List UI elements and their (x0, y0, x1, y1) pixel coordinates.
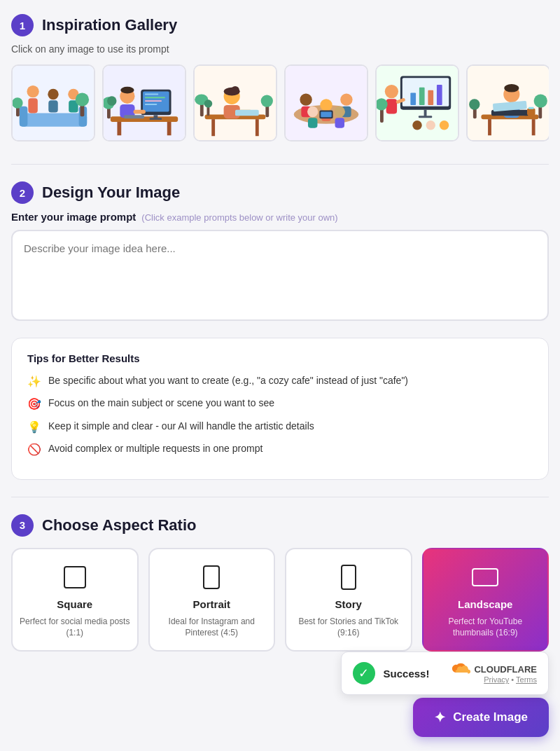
tip-item-4: 🚫 Avoid complex or multiple requests in … (27, 442, 533, 457)
tip-item-2: 🎯 Focus on the main subject or scene you… (27, 397, 533, 412)
svg-point-78 (412, 120, 421, 130)
svg-point-6 (48, 89, 58, 99)
svg-rect-97 (528, 107, 534, 109)
gallery-item-3[interactable] (193, 64, 277, 142)
tip-item-1: ✨ Be specific about what you want to cre… (27, 374, 533, 390)
cf-logo: CLOUDFLARE (451, 663, 537, 675)
svg-point-52 (300, 94, 312, 106)
tip-icon-4: 🚫 (27, 442, 41, 457)
svg-rect-22 (145, 100, 162, 102)
svg-rect-70 (437, 85, 442, 105)
svg-rect-37 (255, 119, 259, 136)
cf-privacy-link[interactable]: Privacy (484, 675, 509, 684)
square-label: Square (57, 598, 92, 610)
svg-rect-59 (335, 118, 344, 128)
story-desc: Best for Stories and TikTok (9:16) (293, 616, 404, 640)
aspect-grid: Square Perfect for social media posts (1… (11, 548, 549, 652)
step2-badge: 2 (11, 181, 34, 204)
cf-terms-link[interactable]: Terms (516, 675, 537, 684)
svg-rect-46 (207, 106, 210, 116)
toast-text: Success! (384, 668, 430, 680)
svg-point-86 (504, 84, 519, 92)
tip-text-4: Avoid complex or multiple requests in on… (48, 442, 262, 456)
step3-header: 3 Choose Aspect Ratio (11, 514, 549, 537)
create-button-label: Create Image (453, 710, 528, 724)
svg-point-4 (27, 85, 38, 97)
step2-header: 2 Design Your Image (11, 181, 549, 204)
step1-badge: 1 (11, 14, 34, 36)
story-label: Story (335, 598, 362, 610)
landscape-icon (470, 562, 500, 593)
portrait-label: Portrait (193, 598, 230, 610)
svg-point-60 (320, 99, 332, 111)
svg-rect-96 (527, 109, 536, 116)
landscape-desc: Perfect for YouTube thumbnails (16:9) (430, 616, 541, 640)
create-image-button[interactable]: ✦ Create Image (413, 698, 549, 737)
prompt-label: Enter your image prompt (11, 211, 136, 223)
portrait-icon (196, 562, 227, 593)
svg-rect-63 (321, 112, 331, 118)
gallery-item-1[interactable] (11, 64, 95, 142)
svg-rect-71 (424, 110, 427, 117)
svg-point-40 (224, 88, 240, 96)
svg-rect-5 (28, 98, 37, 113)
svg-rect-68 (419, 88, 425, 105)
svg-rect-15 (111, 116, 178, 122)
cf-text: CLOUDFLARE (474, 664, 537, 675)
svg-rect-83 (488, 119, 491, 135)
svg-rect-74 (386, 99, 397, 113)
step3-badge: 3 (11, 514, 34, 537)
svg-rect-43 (235, 110, 259, 116)
prompt-hint: (Click example prompts below or write yo… (141, 212, 337, 223)
svg-point-80 (440, 120, 449, 130)
svg-rect-25 (150, 118, 162, 120)
tip-text-1: Be specific about what you want to creat… (48, 374, 408, 388)
gallery-item-2[interactable] (102, 64, 186, 142)
svg-rect-21 (145, 97, 165, 98)
svg-rect-29 (134, 110, 146, 114)
divider-2 (11, 497, 549, 497)
aspect-card-story[interactable]: Story Best for Stories and TikTok (9:16) (285, 548, 412, 652)
aspect-card-square[interactable]: Square Perfect for social media posts (1… (11, 548, 139, 652)
svg-point-95 (469, 99, 479, 109)
inspiration-gallery-section: 1 Inspiration Gallery Click on any image… (11, 14, 549, 144)
svg-rect-57 (308, 118, 317, 128)
prompt-textarea[interactable] (11, 230, 549, 321)
cf-cloud-icon (451, 663, 471, 675)
svg-rect-84 (532, 119, 536, 135)
svg-rect-67 (410, 93, 416, 105)
tip-text-2: Focus on the main subject or scene you w… (48, 397, 274, 411)
svg-rect-17 (167, 122, 172, 135)
step2-title: Design Your Image (42, 184, 180, 202)
tip-item-3: 💡 Keep it simple and clear - our AI will… (27, 420, 533, 435)
cloudflare-branding: CLOUDFLARE Privacy • Terms (451, 663, 537, 684)
tip-icon-3: 💡 (27, 420, 41, 435)
svg-point-79 (426, 120, 435, 130)
svg-point-58 (335, 106, 345, 117)
svg-point-33 (107, 96, 116, 105)
tip-icon-2: 🎯 (27, 397, 41, 412)
tips-title: Tips for Better Results (27, 352, 533, 364)
gallery-item-5[interactable] (375, 64, 459, 142)
wand-icon: ✦ (434, 709, 446, 726)
svg-rect-1 (20, 113, 87, 126)
aspect-card-portrait[interactable]: Portrait Ideal for Instagram and Pintere… (148, 548, 276, 652)
step1-header: 1 Inspiration Gallery (11, 14, 549, 36)
svg-rect-72 (419, 116, 432, 118)
design-image-section: 2 Design Your Image Enter your image pro… (11, 181, 549, 324)
svg-point-27 (120, 87, 134, 94)
cf-links: Privacy • Terms (484, 675, 537, 684)
tip-icon-1: ✨ (27, 374, 41, 390)
gallery-item-4[interactable] (284, 64, 368, 142)
square-desc: Perfect for social media posts (1:1) (20, 616, 130, 640)
step1-title: Inspiration Gallery (42, 16, 177, 34)
svg-rect-16 (117, 122, 121, 135)
success-toast: ✓ Success! CLOUDFLARE Privacy • Terms (341, 652, 549, 695)
svg-rect-44 (200, 103, 204, 116)
gallery-item-6[interactable] (466, 64, 549, 142)
tip-text-3: Keep it simple and clear - our AI will h… (48, 420, 314, 434)
svg-rect-36 (211, 119, 215, 136)
success-check-icon: ✓ (353, 662, 375, 684)
aspect-card-landscape[interactable]: Landscape Perfect for YouTube thumbnails… (422, 548, 550, 652)
svg-rect-2 (20, 106, 28, 127)
